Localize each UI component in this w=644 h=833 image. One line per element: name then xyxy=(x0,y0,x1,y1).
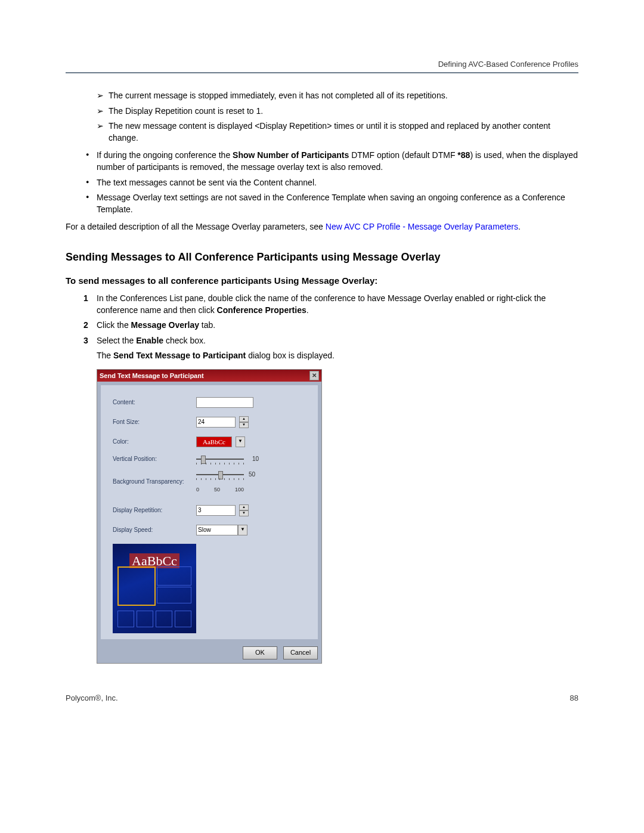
page-header-right: Defining AVC-Based Conference Profiles xyxy=(66,60,578,69)
display-repetition-input[interactable] xyxy=(196,505,236,516)
content-label: Content: xyxy=(113,399,196,405)
display-speed-label: Display Speed: xyxy=(113,527,196,533)
color-swatch[interactable]: AaBbCc xyxy=(196,436,232,447)
page-number: 88 xyxy=(570,693,578,702)
dialog-title: Send Text Message to Participant xyxy=(100,372,204,379)
chevron-down-icon[interactable]: ▼ xyxy=(239,510,249,516)
color-dropdown-icon[interactable]: ▼ xyxy=(236,436,245,447)
preview-pane-cell xyxy=(137,611,153,627)
bullet-item: If during the ongoing conference the Sho… xyxy=(97,150,578,173)
send-text-message-dialog: Send Text Message to Participant ✕ Conte… xyxy=(97,369,322,664)
step-item: 1 In the Conferences List pane, double c… xyxy=(97,293,578,316)
preview-active-pane xyxy=(117,566,156,606)
detail-paragraph: For a detailed description of all the Me… xyxy=(66,221,578,233)
steps-list: 1 In the Conferences List pane, double c… xyxy=(66,293,578,362)
bg-tick-0: 0 xyxy=(196,487,199,493)
chevron-down-icon[interactable]: ▼ xyxy=(238,525,247,535)
subsection-heading: To send messages to all conference parti… xyxy=(66,275,578,286)
bullet-item: Message Overlay text settings are not sa… xyxy=(97,192,578,215)
section-heading: Sending Messages to All Conference Parti… xyxy=(66,251,578,264)
step-item: 2 Click the Message Overlay tab. xyxy=(97,320,578,332)
bg-tick-100: 100 xyxy=(235,487,244,493)
arrow-item: The Display Repetition count is reset to… xyxy=(109,106,578,117)
bullet-list: If during the ongoing conference the Sho… xyxy=(66,150,578,215)
chevron-up-icon[interactable]: ▲ xyxy=(239,416,249,422)
step-followup: The Send Text Message to Participant dia… xyxy=(97,350,578,362)
cancel-button[interactable]: Cancel xyxy=(283,646,318,659)
preview-pane-cell xyxy=(117,611,134,627)
display-speed-select[interactable] xyxy=(196,525,238,535)
vertical-position-label: Vertical Position: xyxy=(113,456,196,462)
display-repetition-label: Display Repetition: xyxy=(113,507,196,513)
profile-link[interactable]: New AVC CP Profile - Message Overlay Par… xyxy=(326,222,518,231)
ok-button[interactable]: OK xyxy=(243,646,277,659)
display-repetition-spinner[interactable]: ▲ ▼ xyxy=(239,504,249,516)
bg-tick-50: 50 xyxy=(214,487,220,493)
bullet-item: The text messages cannot be sent via the… xyxy=(97,177,578,189)
arrow-item: The new message content is displayed <Di… xyxy=(109,120,578,144)
preview-pane-cell xyxy=(157,587,191,603)
preview-pane-cell xyxy=(157,566,191,586)
font-size-label: Font Size: xyxy=(113,419,196,425)
arrow-item: The current message is stopped immediate… xyxy=(109,90,578,102)
dialog-titlebar: Send Text Message to Participant ✕ xyxy=(97,370,321,382)
preview-pane-cell xyxy=(156,611,172,627)
bg-transparency-value: 50 xyxy=(249,471,255,478)
chevron-up-icon[interactable]: ▲ xyxy=(239,504,249,510)
close-icon[interactable]: ✕ xyxy=(309,371,319,380)
arrow-list: The current message is stopped immediate… xyxy=(66,90,578,144)
chevron-down-icon[interactable]: ▼ xyxy=(239,422,249,428)
footer-left: Polycom®, Inc. xyxy=(66,693,118,702)
font-size-spinner[interactable]: ▲ ▼ xyxy=(239,416,249,428)
vertical-position-value: 10 xyxy=(252,456,259,462)
color-label: Color: xyxy=(113,438,196,445)
bg-transparency-slider[interactable] xyxy=(196,471,244,478)
vertical-position-slider[interactable] xyxy=(196,456,244,463)
bg-transparency-label: Background Transparency: xyxy=(113,478,196,485)
content-input[interactable] xyxy=(196,397,253,408)
preview-pane-cell xyxy=(175,611,191,627)
step-item: 3 Select the Enable check box. xyxy=(97,335,578,347)
preview-pane: AaBbCc xyxy=(113,544,196,633)
font-size-input[interactable] xyxy=(196,417,236,428)
header-rule xyxy=(66,72,578,73)
